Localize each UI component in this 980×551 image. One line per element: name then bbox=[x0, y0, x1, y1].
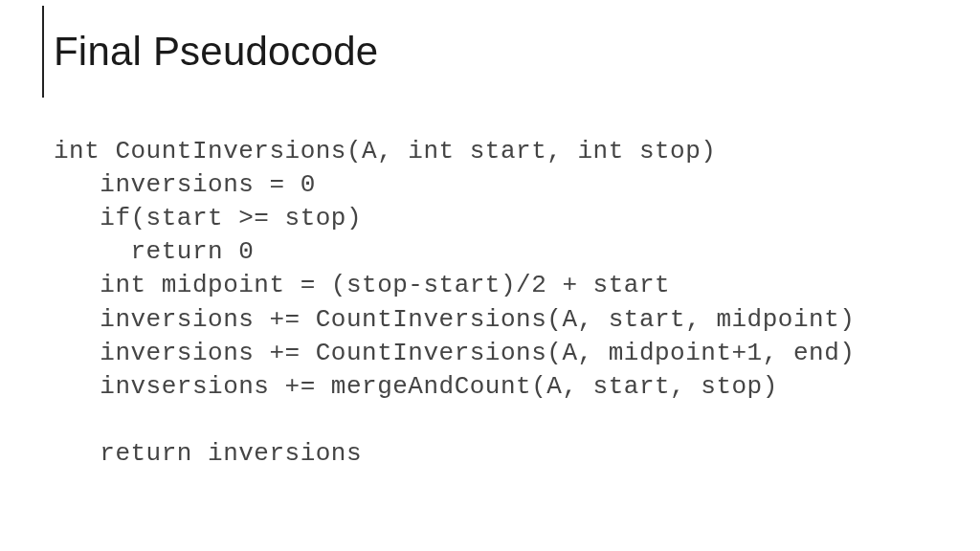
code-line: return inversions bbox=[54, 439, 362, 468]
code-line: inversions = 0 bbox=[54, 170, 316, 199]
slide-title: Final Pseudocode bbox=[54, 29, 934, 75]
code-line: return 0 bbox=[54, 237, 254, 266]
code-line: if(start >= stop) bbox=[54, 204, 362, 232]
code-line: inversions += CountInversions(A, midpoin… bbox=[54, 339, 855, 367]
slide: Final Pseudocode int CountInversions(A, … bbox=[0, 0, 980, 551]
pseudocode-block: int CountInversions(A, int start, int st… bbox=[54, 101, 934, 471]
code-line: int midpoint = (stop-start)/2 + start bbox=[54, 271, 670, 299]
code-line: invsersions += mergeAndCount(A, start, s… bbox=[54, 372, 778, 401]
code-line: int CountInversions(A, int start, int st… bbox=[54, 137, 716, 165]
code-line: inversions += CountInversions(A, start, … bbox=[54, 305, 855, 334]
title-accent-rule bbox=[42, 6, 44, 98]
